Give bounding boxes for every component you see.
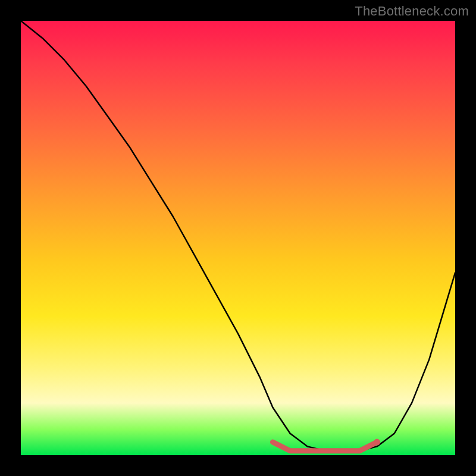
highlight-band <box>273 442 377 451</box>
chart-svg <box>21 21 455 455</box>
bottleneck-curve <box>21 21 455 451</box>
plot-area <box>21 21 455 455</box>
highlight-end-dot <box>374 439 380 446</box>
chart-frame: TheBottleneck.com <box>0 0 476 476</box>
watermark-text: TheBottleneck.com <box>355 4 469 19</box>
